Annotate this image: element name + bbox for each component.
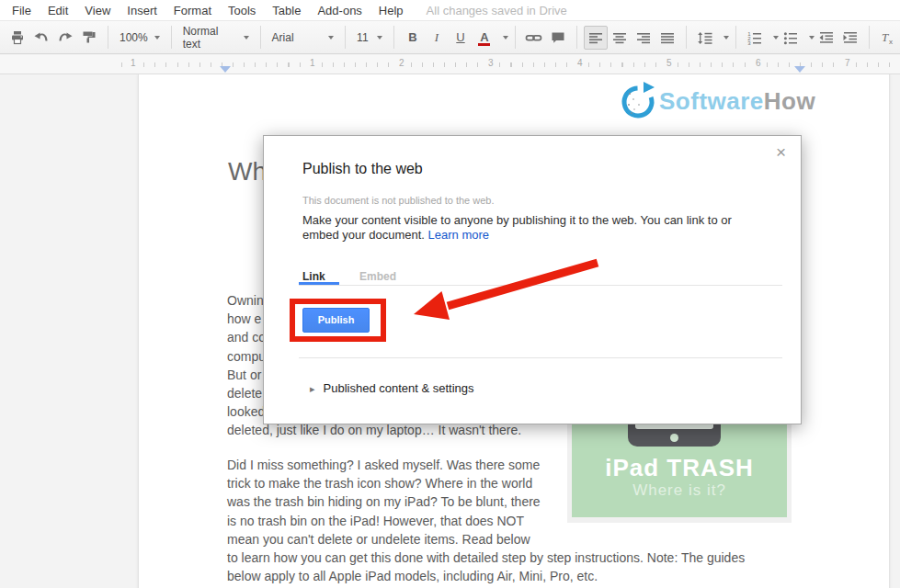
ruler-ticks — [121, 62, 894, 67]
ruler-number: 4 — [575, 58, 586, 68]
image-subtitle: Where is it? — [572, 481, 787, 500]
ruler-number: 6 — [753, 58, 764, 68]
ruler-number: 3 — [485, 58, 496, 68]
redo-icon — [57, 29, 74, 46]
insert-link-button[interactable] — [522, 26, 546, 50]
left-indent-marker[interactable] — [220, 66, 231, 73]
align-center-button[interactable] — [608, 26, 632, 50]
undo-button[interactable] — [29, 26, 53, 50]
increase-indent-button[interactable] — [838, 26, 862, 50]
bold-button[interactable]: B — [401, 26, 425, 50]
svg-text:x: x — [889, 37, 893, 45]
description-line-1: Make your content visible to anyone by p… — [302, 213, 732, 227]
toolbar-separator — [260, 26, 261, 49]
ruler-number: 7 — [842, 58, 853, 68]
menu-edit[interactable]: Edit — [40, 4, 76, 17]
paragraph-style-select[interactable]: Normal text — [178, 26, 254, 50]
decrease-indent-button[interactable] — [815, 26, 838, 50]
chevron-down-icon — [154, 36, 160, 40]
ruler-number: 1 — [128, 58, 139, 68]
ruler: 1 1 2 3 4 5 6 7 — [0, 55, 900, 74]
right-indent-marker[interactable] — [794, 66, 805, 73]
font-select[interactable]: Arial — [268, 26, 339, 50]
numbered-list-icon: 123 — [746, 29, 763, 46]
menu-tools[interactable]: Tools — [220, 4, 264, 17]
comment-icon — [550, 29, 566, 46]
increase-indent-icon — [842, 29, 859, 46]
logo-circle-arrow-icon — [619, 81, 657, 123]
line-spacing-icon — [697, 29, 713, 46]
red-rect-annotation — [290, 299, 386, 342]
menu-addons[interactable]: Add-ons — [309, 4, 370, 17]
tab-embed[interactable]: Embed — [359, 270, 396, 283]
italic-icon: I — [435, 30, 439, 45]
softwarehow-logo — [619, 81, 657, 127]
menu-insert[interactable]: Insert — [119, 4, 165, 17]
insert-link-icon — [525, 29, 542, 46]
toolbar-separator — [171, 26, 172, 49]
tab-link[interactable]: Link — [302, 270, 325, 283]
toolbar-separator — [576, 26, 577, 49]
toolbar-separator — [869, 26, 870, 49]
numbered-list-button[interactable]: 123 — [743, 26, 767, 50]
italic-button[interactable]: I — [425, 26, 449, 50]
ruler-number: 2 — [396, 58, 407, 68]
chevron-down-icon[interactable] — [503, 36, 508, 40]
text-color-icon: A — [478, 29, 490, 46]
align-right-icon — [635, 29, 652, 46]
menu-help[interactable]: Help — [370, 4, 412, 17]
align-left-button[interactable] — [584, 26, 608, 50]
chevron-down-icon[interactable] — [723, 36, 729, 40]
svg-text:3: 3 — [747, 40, 751, 46]
menu-table[interactable]: Table — [264, 4, 309, 17]
text-line: below apply to all Apple iPad models, in… — [227, 567, 745, 585]
print-button[interactable] — [6, 26, 29, 50]
image-title: iPad TRASH — [572, 454, 787, 482]
svg-text:T: T — [882, 30, 889, 44]
published-content-settings-toggle[interactable]: ▸Published content & settings — [310, 381, 474, 395]
menu-file[interactable]: File — [4, 4, 40, 17]
learn-more-link[interactable]: Learn more — [428, 228, 489, 242]
paint-format-icon — [81, 29, 97, 46]
chevron-down-icon — [244, 36, 249, 40]
dialog-description: Make your content visible to anyone by p… — [302, 213, 732, 243]
google-docs-window: File Edit View Insert Format Tools Table… — [0, 0, 900, 588]
dialog-title: Publish to the web — [302, 161, 423, 177]
clear-formatting-button[interactable]: T x — [876, 26, 900, 50]
red-arrow-annotation — [404, 250, 611, 327]
toolbar-separator — [108, 26, 108, 49]
toolbar-separator — [345, 26, 346, 49]
redo-button[interactable] — [53, 26, 77, 50]
zoom-select[interactable]: 100% — [115, 26, 165, 50]
ruler-number: 5 — [664, 58, 675, 68]
font-size-value: 11 — [357, 31, 368, 44]
logo-software: Software — [659, 87, 764, 115]
font-size-select[interactable]: 11 — [352, 26, 387, 50]
toolbar-separator — [686, 26, 687, 49]
text-line: mean you can't delete or undelete items.… — [227, 530, 745, 548]
chevron-down-icon — [377, 36, 382, 40]
bulleted-list-button[interactable] — [779, 26, 803, 50]
underline-button[interactable]: U — [449, 26, 473, 50]
paint-format-button[interactable] — [77, 26, 101, 50]
decrease-indent-icon — [818, 29, 835, 46]
ipad-home-button — [670, 434, 678, 442]
menu-format[interactable]: Format — [165, 4, 220, 17]
justify-button[interactable] — [655, 26, 679, 50]
text-color-button[interactable]: A — [473, 26, 496, 50]
menu-view[interactable]: View — [76, 4, 119, 17]
chevron-down-icon — [328, 36, 334, 40]
close-icon[interactable]: × — [776, 143, 786, 161]
underline-icon: U — [456, 30, 464, 44]
description-line-2: embed your document. — [302, 228, 425, 242]
comment-button[interactable] — [546, 26, 570, 50]
line-spacing-button[interactable] — [693, 26, 717, 50]
toolbar-separator — [515, 26, 516, 49]
toolbar: 100% Normal text Arial 11 B I U — [0, 20, 900, 54]
logo-how: How — [764, 87, 815, 115]
ruler-number: 1 — [307, 58, 318, 68]
bold-icon: B — [408, 30, 416, 44]
align-right-button[interactable] — [632, 26, 655, 50]
toolbar-separator — [393, 26, 394, 49]
dialog-divider — [299, 357, 782, 358]
